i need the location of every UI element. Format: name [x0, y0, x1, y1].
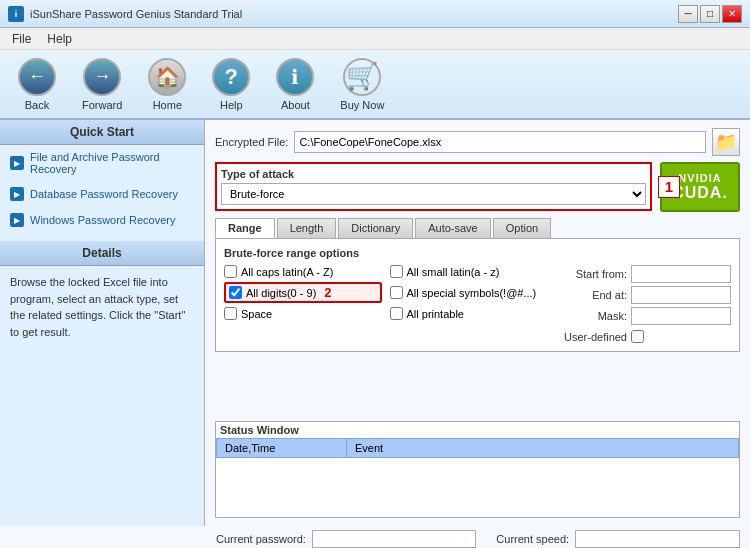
encrypted-file-label: Encrypted File:	[215, 136, 288, 148]
title-bar: i iSunShare Password Genius Standard Tri…	[0, 0, 750, 28]
maximize-button[interactable]: □	[700, 5, 720, 23]
tabs-bar: Range Length Dictionary Auto-save Option	[215, 218, 740, 239]
menu-bar: File Help	[0, 28, 750, 50]
quick-start-title: Quick Start	[0, 120, 204, 145]
current-info-row: Current password: Current speed:	[216, 530, 740, 548]
status-table: Date,Time Event	[216, 438, 739, 518]
status-window: Status Window Date,Time Event	[215, 421, 740, 519]
digits-checkbox[interactable]	[229, 286, 242, 299]
title-text: iSunShare Password Genius Standard Trial	[30, 8, 242, 20]
user-defined-row: User-defined	[557, 330, 731, 343]
back-button[interactable]: ← Back	[10, 54, 64, 115]
minimize-button[interactable]: ─	[678, 5, 698, 23]
mask-label: Mask:	[557, 310, 627, 322]
digits-label: All digits(0 - 9)	[246, 287, 316, 299]
forward-label: Forward	[82, 99, 122, 111]
special-checkbox[interactable]	[390, 286, 403, 299]
current-speed-item: Current speed:	[496, 530, 740, 548]
current-password-value	[312, 530, 476, 548]
sidebar-item-windows-label: Windows Password Recovery	[30, 214, 176, 226]
toolbar: ← Back → Forward 🏠 Home ? Help ℹ About 🛒…	[0, 50, 750, 120]
windows-icon: ▶	[10, 213, 24, 227]
checkbox-digits: All digits(0 - 9) 2	[224, 282, 382, 303]
end-at-field: End at:	[557, 286, 731, 304]
mask-field: Mask:	[557, 307, 731, 325]
small-label: All small latin(a - z)	[407, 266, 500, 278]
caps-checkbox[interactable]	[224, 265, 237, 278]
caps-label: All caps latin(A - Z)	[241, 266, 333, 278]
cuda-label: CUDA.	[672, 184, 728, 202]
buy-label: Buy Now	[340, 99, 384, 111]
user-defined-checkbox[interactable]	[631, 330, 644, 343]
tab-dictionary[interactable]: Dictionary	[338, 218, 413, 238]
special-label: All special symbols(!@#...)	[407, 287, 537, 299]
about-button[interactable]: ℹ About	[268, 54, 322, 115]
attack-type-select[interactable]: Brute-force Dictionary Smart	[221, 183, 646, 205]
about-label: About	[281, 99, 310, 111]
col-event: Event	[347, 438, 739, 457]
range-right-options: Start from: End at: Mask: User-defi	[557, 265, 731, 343]
home-label: Home	[153, 99, 182, 111]
tab-range[interactable]: Range	[215, 218, 275, 238]
browse-button[interactable]: 📁	[712, 128, 740, 156]
end-at-input[interactable]	[631, 286, 731, 304]
menu-file[interactable]: File	[4, 30, 39, 48]
details-title: Details	[0, 241, 204, 266]
home-button[interactable]: 🏠 Home	[140, 54, 194, 115]
window-controls: ─ □ ✕	[678, 5, 742, 23]
buy-icon: 🛒	[343, 58, 381, 96]
about-icon: ℹ	[276, 58, 314, 96]
start-from-input[interactable]	[631, 265, 731, 283]
checkbox-grid: All caps latin(A - Z) All small latin(a …	[224, 265, 547, 320]
current-password-item: Current password:	[216, 530, 476, 548]
nvidia-label: NVIDIA	[678, 172, 721, 184]
attack-type-box: Type of attack Brute-force Dictionary Sm…	[215, 162, 652, 211]
home-icon: 🏠	[148, 58, 186, 96]
col-datetime: Date,Time	[217, 438, 347, 457]
brute-force-title: Brute-force range options	[224, 247, 731, 259]
attack-type-label: Type of attack	[221, 168, 646, 180]
details-text: Browse the locked Excel file into progra…	[0, 266, 204, 348]
sidebar-item-file-archive-label: File and Archive Password Recovery	[30, 151, 194, 175]
checkbox-special: All special symbols(!@#...)	[390, 282, 548, 303]
user-defined-label: User-defined	[557, 331, 627, 343]
close-button[interactable]: ✕	[722, 5, 742, 23]
forward-button[interactable]: → Forward	[74, 54, 130, 115]
encrypted-file-input[interactable]	[294, 131, 706, 153]
current-password-label: Current password:	[216, 533, 306, 545]
sidebar-item-database[interactable]: ▶ Database Password Recovery	[0, 181, 204, 207]
sidebar-item-file-archive[interactable]: ▶ File and Archive Password Recovery	[0, 145, 204, 181]
tab-option[interactable]: Option	[493, 218, 551, 238]
help-icon: ?	[212, 58, 250, 96]
back-label: Back	[25, 99, 49, 111]
tab-length[interactable]: Length	[277, 218, 337, 238]
current-speed-label: Current speed:	[496, 533, 569, 545]
bottom-section: Current password: Current speed: Progres…	[0, 526, 750, 548]
left-panel: Quick Start ▶ File and Archive Password …	[0, 120, 205, 526]
status-table-body	[217, 457, 739, 517]
checkbox-space: Space	[224, 307, 382, 320]
checkbox-printable: All printable	[390, 307, 548, 320]
digits-badge: 2	[324, 285, 331, 300]
status-window-title: Status Window	[216, 422, 739, 438]
tabs-container: Range Length Dictionary Auto-save Option…	[215, 218, 740, 415]
small-checkbox[interactable]	[390, 265, 403, 278]
sidebar-item-database-label: Database Password Recovery	[30, 188, 178, 200]
menu-help[interactable]: Help	[39, 30, 80, 48]
space-label: Space	[241, 308, 272, 320]
buy-now-button[interactable]: 🛒 Buy Now	[332, 54, 392, 115]
tab-autosave[interactable]: Auto-save	[415, 218, 491, 238]
folder-icon: 📁	[715, 131, 737, 153]
current-speed-value	[575, 530, 740, 548]
tab-range-content: Brute-force range options All caps latin…	[215, 239, 740, 352]
right-panel: Encrypted File: 📁 Type of attack Brute-f…	[205, 120, 750, 526]
sidebar-item-windows[interactable]: ▶ Windows Password Recovery	[0, 207, 204, 233]
start-from-label: Start from:	[557, 268, 627, 280]
space-checkbox[interactable]	[224, 307, 237, 320]
help-button[interactable]: ? Help	[204, 54, 258, 115]
database-icon: ▶	[10, 187, 24, 201]
printable-checkbox[interactable]	[390, 307, 403, 320]
end-at-label: End at:	[557, 289, 627, 301]
mask-input[interactable]	[631, 307, 731, 325]
back-icon: ←	[18, 58, 56, 96]
